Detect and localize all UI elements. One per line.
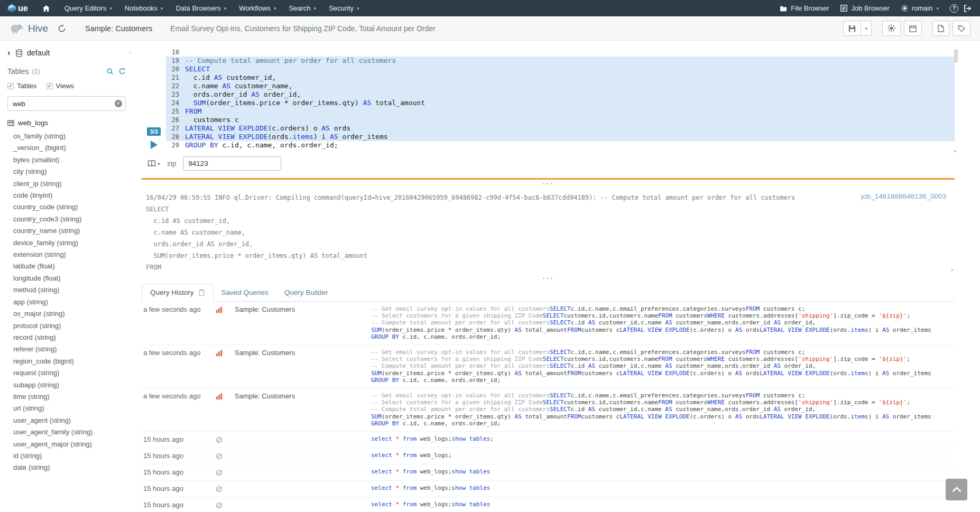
clear-search-icon[interactable]: × (115, 100, 122, 107)
save-button[interactable] (843, 21, 861, 36)
chevron-down-icon: ▾ (161, 6, 163, 11)
column-item[interactable]: region_code (bigint) (7, 356, 126, 367)
sql-token: web_logs; (417, 435, 451, 442)
search-icon[interactable] (106, 68, 114, 75)
resize-handle[interactable]: ··· (142, 275, 955, 281)
column-item[interactable]: os_family (string) (7, 131, 126, 142)
refresh-icon[interactable] (118, 68, 126, 75)
editor-line[interactable]: 26 customers c (166, 116, 955, 124)
column-item[interactable]: device_family (string) (7, 237, 126, 249)
column-item[interactable]: client_ip (string) (7, 178, 126, 190)
column-item[interactable]: referer (string) (7, 343, 126, 355)
checkbox-checked-icon[interactable]: ✓ (47, 83, 53, 89)
history-row[interactable]: a few seconds agoSample: Customers-- Get… (142, 345, 955, 388)
editor-line[interactable]: 21 c.id AS customer_id, (166, 73, 955, 82)
column-item[interactable]: os_major (string) (7, 308, 126, 320)
new-query-button[interactable] (932, 21, 949, 36)
query-history-icon[interactable] (58, 24, 66, 33)
chevron-down-icon[interactable]: ▾ (158, 161, 160, 166)
execute-button[interactable] (151, 141, 158, 149)
nav-file-browser[interactable]: File Browser (774, 0, 835, 16)
column-item[interactable]: user_agent_family (string) (7, 426, 126, 438)
column-item[interactable]: subapp (string) (7, 379, 126, 391)
history-row[interactable]: 15 hours agoselect * from web_logs;show … (142, 497, 955, 512)
column-item[interactable]: country_name (string) (7, 225, 126, 237)
editor-scrollbar[interactable] (954, 49, 958, 63)
session-settings-button[interactable] (882, 21, 901, 36)
editor-line[interactable]: 20SELECT (166, 65, 955, 73)
table-search-input[interactable] (7, 96, 126, 111)
sql-token: (order_items.price * order_items.qty) (382, 413, 515, 420)
help-button[interactable]: ? (950, 4, 958, 13)
column-item[interactable]: latitude (float) (7, 260, 126, 272)
nav-menu-security[interactable]: Security▾ (322, 0, 366, 16)
home-button[interactable] (34, 0, 58, 16)
variable-input[interactable] (183, 156, 281, 171)
nav-menu-workflows[interactable]: Workflows▾ (233, 0, 282, 16)
save-dropdown-button[interactable]: ▾ (861, 21, 872, 36)
column-item[interactable]: code (tinyint) (7, 190, 126, 201)
back-chevron-icon[interactable]: ‹ (7, 48, 11, 58)
nav-menu-search[interactable]: Search▾ (282, 0, 322, 16)
editor-line[interactable]: 22 c.name AS customer_name, (166, 82, 955, 90)
nav-menu-query-editors[interactable]: Query Editors▾ (58, 0, 118, 16)
column-item[interactable]: protocol (string) (7, 320, 126, 332)
column-item[interactable]: _version_ (bigint) (7, 142, 126, 154)
column-item[interactable]: date (string) (7, 462, 126, 473)
editor-line[interactable]: 25FROM (166, 107, 955, 116)
column-item[interactable]: record (string) (7, 332, 126, 343)
tab-query-history[interactable]: Query History (142, 284, 214, 302)
history-row[interactable]: 15 hours agoselect * from web_logs;show … (142, 481, 955, 497)
logout-button[interactable] (964, 5, 972, 12)
column-item[interactable]: city (string) (7, 166, 126, 178)
tab-query-builder[interactable]: Query Builder (276, 284, 336, 302)
editor-line[interactable]: 24 SUM(order_items.price * order_items.q… (166, 99, 955, 107)
column-item[interactable]: method (string) (7, 284, 126, 296)
column-item[interactable]: time (string) (7, 391, 126, 403)
history-row[interactable]: a few seconds agoSample: Customers-- Get… (142, 302, 955, 345)
column-item[interactable]: bytes (smallint) (7, 154, 126, 166)
column-item[interactable]: country_code (string) (7, 201, 126, 213)
column-item[interactable]: request (string) (7, 367, 126, 379)
column-item[interactable]: country_code3 (string) (7, 213, 126, 225)
editor-line[interactable]: 27LATERAL VIEW EXPLODE(c.orders) o AS or… (166, 124, 955, 133)
column-item[interactable]: user_agent_major (string) (7, 439, 126, 450)
job-link[interactable]: job_1461888648136_0003 (861, 192, 946, 200)
log-scroll-down-icon[interactable]: ▾ (951, 267, 954, 273)
column-item[interactable]: app (string) (7, 296, 126, 308)
column-item[interactable]: url (string) (7, 403, 126, 414)
history-row[interactable]: a few seconds agoSample: Customers-- Get… (142, 388, 955, 432)
nav-job-browser[interactable]: Job Browser (835, 0, 895, 16)
table-entry[interactable]: web_logs (7, 119, 126, 127)
editor-line[interactable]: 19-- Compute total amount per order for … (166, 57, 955, 65)
filter-views-option[interactable]: ✓ Views (47, 82, 74, 90)
database-name[interactable]: default (27, 49, 50, 57)
hive-app-link[interactable]: Hive (10, 23, 48, 34)
history-row[interactable]: 15 hours agoselect * from web_logs;show … (142, 464, 955, 481)
history-row[interactable]: 15 hours agoselect * from web_logs; (142, 448, 955, 464)
tags-button[interactable] (953, 21, 970, 36)
editor-line[interactable]: 23 ords.order_id AS order_id, (166, 90, 955, 99)
sidebar-collapse-icon[interactable]: ‹ (129, 48, 132, 57)
resize-handle[interactable]: ··· (142, 181, 955, 187)
scroll-to-top-button[interactable] (946, 479, 967, 500)
history-row[interactable]: 15 hours agoselect * from web_logs;show … (142, 432, 955, 448)
schedule-button[interactable] (904, 21, 922, 36)
nav-menu-notebooks[interactable]: Notebooks▾ (118, 0, 170, 16)
checkbox-checked-icon[interactable]: ✓ (7, 83, 14, 89)
code-editor[interactable]: 1819-- Compute total amount per order fo… (166, 48, 955, 150)
docs-book-icon[interactable] (147, 160, 156, 167)
nav-menu-data-browsers[interactable]: Data Browsers▾ (169, 0, 233, 16)
editor-line[interactable]: 18 (166, 48, 955, 57)
filter-tables-option[interactable]: ✓ Tables (7, 82, 37, 90)
tab-saved-queries[interactable]: Saved Queries (214, 284, 276, 302)
column-item[interactable]: longitude (float) (7, 273, 126, 284)
column-item[interactable]: user_agent (string) (7, 415, 126, 426)
hue-logo[interactable]: ue (7, 4, 34, 13)
column-item[interactable]: extension (string) (7, 249, 126, 260)
editor-scroll-down-icon[interactable]: ▾ (954, 148, 957, 154)
column-item[interactable]: id (string) (7, 450, 126, 462)
editor-line[interactable]: 29GROUP BY c.id, c.name, ords.order_id; (166, 141, 955, 150)
editor-line[interactable]: 28LATERAL VIEW EXPLODE(ords.items) i AS … (166, 133, 955, 141)
user-menu[interactable]: romain ▾ (895, 0, 945, 16)
